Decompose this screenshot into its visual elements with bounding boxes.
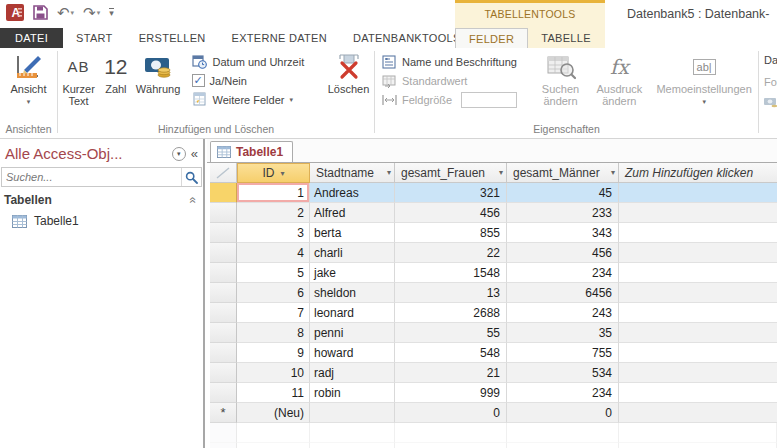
save-icon[interactable] [33,5,48,20]
ja-nein-button[interactable]: ✓ Ja/Nein [192,71,318,90]
weitere-felder-button[interactable]: Weitere Felder ▾ [192,90,318,109]
table-row[interactable]: 8penni5535 [210,323,777,343]
row-selector[interactable] [210,323,237,343]
cell-id[interactable]: 7 [237,303,310,323]
cell-gesamt-frauen[interactable]: 13 [395,283,507,303]
cell-gesamt-frauen[interactable]: 1548 [395,263,507,283]
table-row[interactable]: 10radj21534 [210,363,777,383]
tab-felder-active[interactable]: FELDER [455,28,528,48]
tab-datei[interactable]: DATEI [0,28,63,48]
cell-gesamt-frauen[interactable]: 456 [395,203,507,223]
row-selector[interactable] [210,383,237,403]
column-header-add-column[interactable]: Zum Hinzufügen klicken [619,163,777,183]
cell-add-column[interactable] [619,183,777,203]
navigation-search-box[interactable]: Suchen... [1,167,202,187]
tab-start[interactable]: START [63,28,126,48]
zahl-button[interactable]: 12 Zahl [99,48,132,95]
cell-add-column[interactable] [619,383,777,403]
table-row[interactable]: 9howard548755 [210,343,777,363]
loeschen-button[interactable]: Löschen [323,48,374,95]
cell-id[interactable]: 10 [237,363,310,383]
cell-add-column[interactable] [619,363,777,383]
datum-und-uhrzeit-button[interactable]: Datum und Uhrzeit [192,52,318,71]
table-row[interactable]: 4charli22456 [210,243,777,263]
tab-externe-daten[interactable]: EXTERNE DATEN [219,28,340,48]
cell-gesamt-frauen[interactable]: 999 [395,383,507,403]
cell-stadtname[interactable]: berta [310,223,395,243]
column-header-stadtname[interactable]: Stadtname ▾ [310,163,395,183]
table-row[interactable]: 5jake1548234 [210,263,777,283]
cell-id[interactable]: 1 [237,183,310,203]
select-all-corner-cell[interactable] [210,163,237,183]
cell-gesamt-maenner[interactable]: 233 [507,203,619,223]
cell-add-column[interactable] [619,403,777,423]
column-header-gesamt-frauen[interactable]: gesamt_Frauen ▾ [395,163,507,183]
cell-gesamt-frauen[interactable]: 321 [395,183,507,203]
cell-add-column[interactable] [619,243,777,263]
ansicht-button[interactable]: Ansicht ▾ [3,48,55,108]
table-row[interactable]: 7leonard2688243 [210,303,777,323]
cell-id[interactable]: 3 [237,223,310,243]
column-header-gesamt-maenner[interactable]: gesamt_Männer ▾ [507,163,619,183]
row-selector[interactable] [210,263,237,283]
cell-stadtname[interactable]: charli [310,243,395,263]
redo-button[interactable]: ↷▾ [83,6,100,20]
cell-stadtname[interactable]: robin [310,383,395,403]
cell-gesamt-frauen[interactable]: 21 [395,363,507,383]
new-record-row[interactable]: *(Neu)00 [210,403,777,423]
navigation-group-tabellen[interactable]: Tabellen « [0,187,203,210]
cell-gesamt-maenner[interactable]: 0 [507,403,619,423]
cell-add-column[interactable] [619,283,777,303]
cell-id[interactable]: 5 [237,263,310,283]
cell-stadtname[interactable]: sheldon [310,283,395,303]
cell-add-column[interactable] [619,323,777,343]
cell-gesamt-maenner[interactable]: 45 [507,183,619,203]
name-und-beschriftung-button[interactable]: Name und Beschriftung [381,52,533,71]
chevron-down-icon[interactable]: ▾ [497,168,503,177]
cell-gesamt-maenner[interactable]: 234 [507,383,619,403]
cell-gesamt-maenner[interactable]: 456 [507,243,619,263]
cell-stadtname[interactable]: penni [310,323,395,343]
row-selector[interactable] [210,223,237,243]
cell-id[interactable]: 8 [237,323,310,343]
table-row[interactable]: 1Andreas32145 [210,183,777,203]
cell-gesamt-maenner[interactable]: 534 [507,363,619,383]
cell-add-column[interactable] [619,223,777,243]
cell-id[interactable]: 9 [237,343,310,363]
column-header-id[interactable]: ID ▾ [237,163,310,183]
kurzer-text-button[interactable]: AB Kurzer Text [58,48,99,107]
row-selector[interactable]: * [210,403,237,423]
cell-gesamt-frauen[interactable]: 22 [395,243,507,263]
cell-gesamt-maenner[interactable]: 234 [507,263,619,283]
chevron-down-icon[interactable]: ▾ [385,168,391,177]
cell-gesamt-maenner[interactable]: 343 [507,223,619,243]
cell-id[interactable]: 4 [237,243,310,263]
table-row[interactable]: 2Alfred456233 [210,203,777,223]
cell-add-column[interactable] [619,203,777,223]
cell-gesamt-frauen[interactable]: 55 [395,323,507,343]
cell-gesamt-maenner[interactable]: 243 [507,303,619,323]
row-selector[interactable] [210,303,237,323]
sidebar-item-tabelle1[interactable]: Tabelle1 [0,210,203,232]
cell-gesamt-frauen[interactable]: 0 [395,403,507,423]
navigation-pane-menu-button[interactable]: ▾ [172,147,186,161]
table-row[interactable]: 11robin999234 [210,383,777,403]
tab-tabelle[interactable]: TABELLE [528,28,604,48]
row-selector[interactable] [210,203,237,223]
row-selector[interactable] [210,283,237,303]
cell-add-column[interactable] [619,343,777,363]
cell-gesamt-frauen[interactable]: 2688 [395,303,507,323]
cell-stadtname[interactable]: leonard [310,303,395,323]
search-input[interactable]: Suchen... [2,171,181,183]
row-selector[interactable] [210,183,237,203]
cell-gesamt-maenner[interactable]: 6456 [507,283,619,303]
cell-gesamt-maenner[interactable]: 35 [507,323,619,343]
search-button[interactable] [181,168,201,186]
cell-id[interactable]: (Neu) [237,403,310,423]
waehrung-button[interactable]: Währung [133,48,184,95]
cell-add-column[interactable] [619,303,777,323]
cell-stadtname[interactable] [310,403,395,423]
cell-gesamt-frauen[interactable]: 548 [395,343,507,363]
cell-stadtname[interactable]: Alfred [310,203,395,223]
cell-add-column[interactable] [619,263,777,283]
